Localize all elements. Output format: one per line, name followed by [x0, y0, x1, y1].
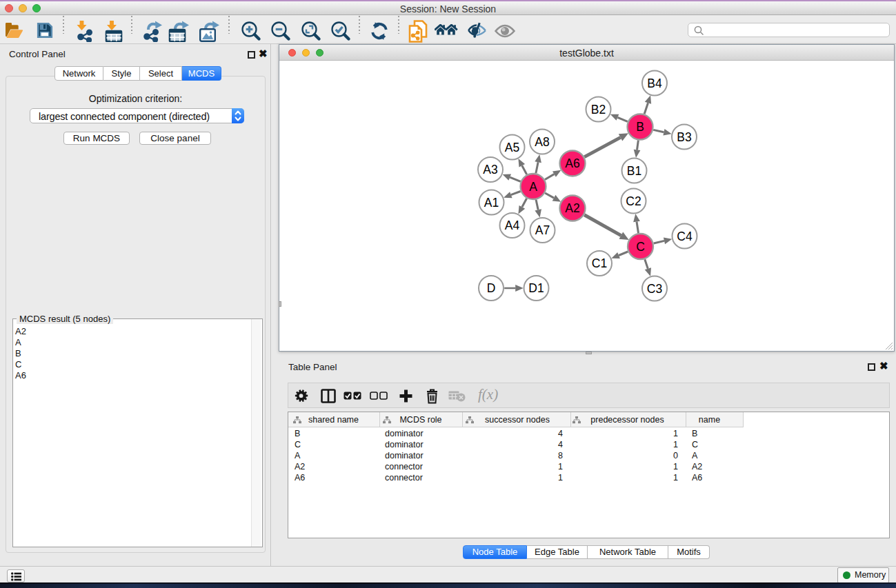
svg-text:A3: A3 — [483, 163, 497, 176]
svg-text:C3: C3 — [647, 282, 662, 296]
svg-text:B4: B4 — [647, 77, 662, 90]
svg-text:B1: B1 — [627, 164, 641, 178]
svg-text:B3: B3 — [677, 130, 691, 144]
svg-text:D: D — [487, 281, 496, 295]
svg-text:A4: A4 — [505, 219, 520, 232]
svg-text:B2: B2 — [591, 103, 606, 116]
svg-text:A1: A1 — [484, 196, 499, 210]
svg-text:B: B — [636, 120, 644, 134]
svg-text:C4: C4 — [677, 230, 693, 243]
svg-text:C2: C2 — [626, 194, 641, 208]
svg-text:C: C — [636, 240, 645, 254]
svg-text:D1: D1 — [528, 281, 544, 295]
svg-text:C1: C1 — [592, 256, 607, 270]
svg-text:A8: A8 — [535, 135, 549, 149]
svg-text:A2: A2 — [565, 201, 579, 215]
svg-text:A7: A7 — [535, 223, 550, 237]
svg-text:A: A — [529, 180, 537, 194]
svg-text:A5: A5 — [505, 141, 519, 154]
svg-text:A6: A6 — [565, 156, 579, 170]
